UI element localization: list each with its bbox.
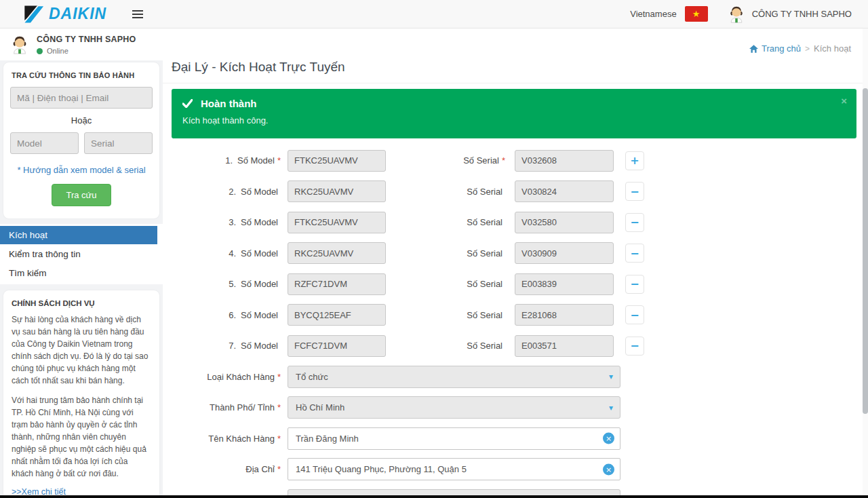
model-label: 5.Số Model xyxy=(172,279,281,289)
sidebar-user-meta: CÔNG TY TNHH SAPHO Online xyxy=(37,35,136,55)
language-label[interactable]: Vietnamese xyxy=(630,9,676,19)
model-input[interactable] xyxy=(288,304,386,326)
activation-form: 1.Số Model* Số Serial* + 2.Số Model Số S… xyxy=(172,145,856,498)
serial-input[interactable] xyxy=(515,273,614,295)
serial-input[interactable] xyxy=(515,242,614,264)
remove-row-button[interactable]: − xyxy=(625,213,644,232)
search-submit-button[interactable]: Tra cứu xyxy=(52,184,111,206)
remove-row-button[interactable]: − xyxy=(625,337,644,356)
address-row: Địa Chỉ* × xyxy=(172,454,856,485)
service-policy-card: CHÍNH SÁCH DỊCH VỤ Sự hài lòng của khách… xyxy=(3,290,159,498)
breadcrumb: Trang chủ > Kích hoạt xyxy=(749,43,851,54)
page-scrollbar-track[interactable] xyxy=(863,28,868,498)
remove-row-button[interactable]: − xyxy=(625,305,644,324)
model-input[interactable] xyxy=(288,180,386,202)
model-label: 3.Số Model xyxy=(172,217,281,227)
model-serial-inputs xyxy=(10,132,153,154)
minus-icon: − xyxy=(630,216,639,229)
model-label: 6.Số Model xyxy=(172,310,281,320)
policy-paragraph: Với hai trung tâm bảo hành chính tại TP.… xyxy=(12,394,151,480)
required-asterisk: * xyxy=(277,402,281,413)
city-row: Thành Phố/ Tỉnh* Hồ Chí Minh ▾ xyxy=(172,392,856,423)
menu-toggle-icon[interactable] xyxy=(132,10,143,18)
search-card-title: TRA CỨU THÔNG TIN BẢO HÀNH xyxy=(12,71,153,79)
main-content: Trang chủ > Kích hoạt Đại Lý - Kích Hoạt… xyxy=(163,28,863,498)
screen-bottom-edge xyxy=(0,495,868,498)
model-label: 4.Số Model xyxy=(172,248,281,258)
serial-input[interactable] xyxy=(515,335,614,357)
sidebar-item-activate[interactable]: Kích hoạt xyxy=(0,226,157,244)
model-input[interactable] xyxy=(288,150,386,172)
serial-input[interactable] xyxy=(515,180,614,202)
model-serial-row: 7.Số Model Số Serial − xyxy=(172,330,856,362)
minus-icon: − xyxy=(630,247,639,260)
serial-label: Số Serial xyxy=(386,279,515,289)
sidebar-user-panel: CÔNG TY TNHH SAPHO Online xyxy=(0,28,163,60)
remove-row-button[interactable]: − xyxy=(625,182,644,201)
model-label: 1.Số Model* xyxy=(172,155,281,166)
customer-name-row: Tên Khách Hàng* × xyxy=(172,423,856,455)
row-number: 3. xyxy=(229,217,236,227)
model-serial-row: 4.Số Model Số Serial − xyxy=(172,238,856,269)
address-input[interactable] xyxy=(288,458,620,480)
model-input[interactable] xyxy=(288,212,386,233)
page-scrollbar-thumb[interactable] xyxy=(863,88,868,414)
plus-icon: + xyxy=(630,154,639,167)
serial-input[interactable] xyxy=(515,150,614,172)
home-icon xyxy=(749,45,758,53)
code-phone-email-input[interactable] xyxy=(10,87,153,109)
vietnam-flag-icon[interactable]: ★ xyxy=(685,6,708,22)
model-input[interactable] xyxy=(288,273,386,295)
daikin-logo: DAIKIN xyxy=(20,4,106,24)
or-label: Hoặc xyxy=(10,115,153,126)
chevron-down-icon: ▾ xyxy=(609,402,613,412)
model-input[interactable] xyxy=(288,242,386,264)
model-serial-row: 3.Số Model Số Serial − xyxy=(172,207,856,238)
add-row-button[interactable]: + xyxy=(625,151,644,170)
sidebar-menu: Kích hoạt Kiểm tra thông tin Tìm kiếm xyxy=(0,224,163,284)
serial-input[interactable] xyxy=(515,212,614,233)
city-label: Thành Phố/ Tỉnh* xyxy=(172,402,281,413)
serial-label: Số Serial xyxy=(386,341,515,351)
success-alert: Hoàn thành Kích hoạt thành công. × xyxy=(172,89,856,138)
sidebar-user-status: Online xyxy=(37,47,136,55)
serial-label: Số Serial xyxy=(386,217,515,227)
customer-type-select[interactable]: Tổ chức ▾ xyxy=(288,366,620,388)
sidebar-item-check-info[interactable]: Kiểm tra thông tin xyxy=(0,245,163,263)
breadcrumb-separator: > xyxy=(805,44,810,54)
model-serial-row: 6.Số Model Số Serial − xyxy=(172,300,856,331)
sidebar-item-search[interactable]: Tìm kiếm xyxy=(0,264,163,282)
row-number: 1. xyxy=(225,155,233,166)
header-user-menu[interactable]: CÔNG TY TNHH SAPHO xyxy=(727,5,852,24)
serial-input[interactable] xyxy=(515,304,614,326)
customer-name-input[interactable] xyxy=(288,427,620,450)
minus-icon: − xyxy=(630,339,639,352)
close-icon[interactable]: × xyxy=(841,96,847,106)
model-input[interactable] xyxy=(288,335,386,357)
top-bar: DAIKIN Vietnamese ★ CÔNG TY TNHH SAPHO xyxy=(0,0,868,28)
model-serial-guide-link[interactable]: * Hướng dẫn xem model & serial xyxy=(10,165,153,175)
row-number: 4. xyxy=(229,248,236,258)
model-label: 2.Số Model xyxy=(172,187,281,197)
remove-row-button[interactable]: − xyxy=(625,275,644,294)
warranty-search-card: TRA CỨU THÔNG TIN BẢO HÀNH Hoặc * Hướng … xyxy=(3,62,159,218)
serial-label: Số Serial xyxy=(386,248,515,258)
serial-search-input[interactable] xyxy=(84,132,153,154)
customer-type-row: Loại Khách Hàng* Tổ chức ▾ xyxy=(172,362,856,393)
breadcrumb-current: Kích hoạt xyxy=(814,43,851,54)
clear-input-icon[interactable]: × xyxy=(603,433,614,444)
clear-input-icon[interactable]: × xyxy=(603,463,614,475)
serial-label: Số Serial xyxy=(386,187,515,197)
header-user-name: CÔNG TY TNHH SAPHO xyxy=(752,9,852,19)
breadcrumb-home-link[interactable]: Trang chủ xyxy=(749,43,801,54)
remove-row-button[interactable]: − xyxy=(625,244,644,263)
alert-title-row: Hoàn thành xyxy=(182,98,846,109)
minus-icon: − xyxy=(630,309,639,322)
model-serial-row: 1.Số Model* Số Serial* + xyxy=(172,145,856,176)
row-number: 2. xyxy=(229,187,236,197)
model-search-input[interactable] xyxy=(10,132,79,154)
serial-label: Số Serial xyxy=(386,310,515,320)
sidebar-user-name: CÔNG TY TNHH SAPHO xyxy=(37,35,136,44)
city-select[interactable]: Hồ Chí Minh ▾ xyxy=(288,396,620,419)
sidebar: CÔNG TY TNHH SAPHO Online TRA CỨU THÔNG … xyxy=(0,28,163,498)
